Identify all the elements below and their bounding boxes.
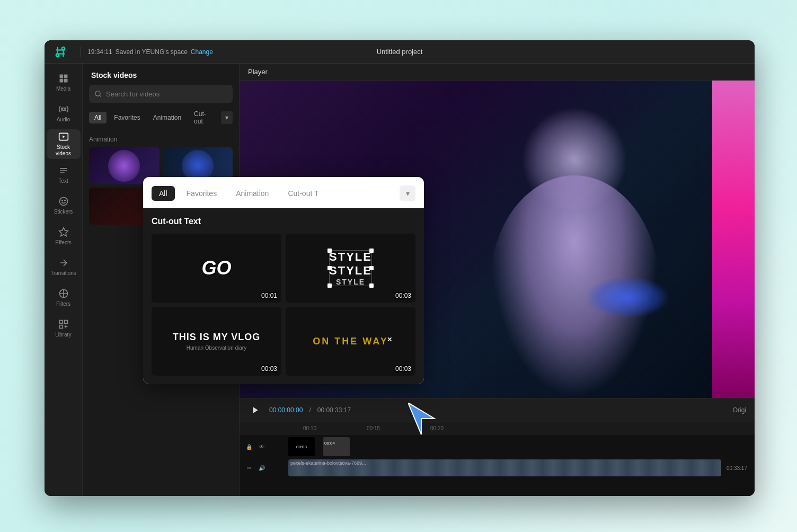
popup-tab-more[interactable]: ▾: [400, 185, 415, 201]
svg-rect-15: [59, 325, 63, 329]
svg-point-1: [62, 47, 65, 50]
resize-dot-mr: [369, 266, 374, 270]
player-label: Player: [240, 64, 755, 81]
small-clip-1[interactable]: 00:03: [288, 437, 315, 456]
left-panel-title: Stock videos: [83, 64, 239, 85]
popup-tab-favorites[interactable]: Favorites: [179, 186, 225, 201]
popup-tab-cutout[interactable]: Cut-out T: [280, 186, 326, 201]
filter-tab-animation[interactable]: Animation: [148, 112, 187, 123]
sidebar-item-transitions-label: Transitions: [50, 270, 76, 277]
timeline-area: 00:10 00:15 00:20 🔒 👁 00:03: [240, 422, 755, 496]
popup-card-style[interactable]: STYLE STYLE STYLE 00:03: [286, 234, 415, 303]
svg-marker-17: [253, 407, 258, 413]
popup-card-vlog[interactable]: THIS IS MY VLOG Human Observation diary …: [152, 307, 281, 376]
filter-tab-cutout[interactable]: Cut-out: [189, 108, 219, 127]
popup-content: Cut-out Text GO 00:01: [143, 208, 424, 384]
top-bar: 19:34:11 Saved in YEUNG's space Change U…: [45, 40, 755, 64]
svg-rect-13: [59, 321, 63, 324]
headphones-glow: [585, 276, 670, 318]
sidebar-item-media[interactable]: Media: [47, 68, 81, 97]
filter-tab-more[interactable]: ▾: [221, 111, 233, 124]
search-icon: [94, 90, 102, 97]
right-color-bar: [712, 81, 755, 398]
vlog-text: THIS IS MY VLOG Human Observation diary: [173, 332, 261, 351]
sidebar-item-library-label: Library: [55, 332, 72, 338]
timeline-mark-10: 00:10: [303, 425, 316, 431]
sidebar-item-effects-label: Effects: [55, 240, 71, 246]
svg-rect-4: [59, 79, 63, 83]
resize-dot-tr: [369, 249, 374, 253]
svg-point-8: [59, 198, 67, 206]
popup-tab-animation[interactable]: Animation: [228, 186, 276, 201]
time-separator: /: [309, 406, 311, 414]
top-bar-divider: [81, 47, 81, 57]
sidebar-item-stock-videos[interactable]: Stockvideos: [47, 129, 81, 159]
total-time: 00:00:33:17: [317, 406, 351, 414]
origin-label: Origi: [733, 406, 746, 414]
track-total-duration: 00:33:17: [723, 465, 750, 471]
timeline-track-main: ✂ 🔊 pexels-ekaterina-bolovtsova-7669... …: [244, 458, 750, 477]
filter-tabs: All Favorites Animation Cut-out ▾: [83, 108, 239, 127]
small-clip-2-duration: 00:04: [323, 440, 336, 447]
svg-rect-14: [64, 321, 67, 324]
track-filename: pexels-ekaterina-bolovtsova-7669...: [288, 459, 721, 467]
sidebar: Media Audio Stockvideos Text Stickers: [45, 64, 83, 496]
svg-point-6: [62, 108, 65, 111]
app-window: 19:34:11 Saved in YEUNG's space Change U…: [45, 40, 755, 496]
dropdown-popup: All Favorites Animation Cut-out T ▾ Cut-…: [143, 177, 424, 384]
player-controls: 00:00:00:00 / 00:00:33:17 Origi: [240, 398, 755, 422]
svg-marker-11: [59, 228, 68, 236]
svg-rect-3: [64, 75, 67, 78]
resize-dot-ml: [327, 266, 332, 270]
way-duration: 00:03: [395, 365, 411, 373]
popup-tabs: All Favorites Animation Cut-out T ▾: [143, 177, 424, 208]
track-lock-btn[interactable]: 🔒: [244, 441, 254, 452]
track-controls-main: ✂ 🔊: [244, 463, 286, 473]
svg-point-10: [64, 200, 65, 201]
timeline-mark-15: 00:15: [367, 425, 380, 431]
sidebar-item-audio[interactable]: Audio: [47, 99, 81, 128]
svg-point-16: [95, 91, 100, 96]
sidebar-item-filters-label: Filters: [56, 301, 70, 307]
way-cross: ✕: [387, 336, 394, 343]
popup-tab-all[interactable]: All: [152, 186, 175, 201]
track-split-btn[interactable]: ✂: [244, 463, 254, 473]
sidebar-item-filters[interactable]: Filters: [47, 283, 81, 313]
top-bar-info: 19:34:11 Saved in YEUNG's space Change: [87, 48, 213, 56]
sidebar-item-stock-label: Stockvideos: [56, 144, 71, 157]
sidebar-item-transitions[interactable]: Transitions: [47, 252, 81, 282]
sidebar-item-text[interactable]: Text: [47, 160, 81, 190]
svg-point-9: [61, 200, 63, 201]
search-input[interactable]: [106, 90, 227, 98]
play-button[interactable]: [248, 403, 263, 418]
small-clip-2[interactable]: 00:04: [323, 437, 350, 456]
search-bar[interactable]: [89, 85, 233, 103]
track-eye-btn[interactable]: 👁: [256, 441, 267, 452]
current-time: 00:00:00:00: [269, 406, 303, 414]
filter-tab-all[interactable]: All: [89, 112, 107, 123]
svg-point-0: [56, 54, 59, 57]
resize-dot-tl: [327, 249, 332, 253]
timeline-tracks: 🔒 👁 00:03 00:04 ✂: [240, 435, 755, 496]
way-text: ON THE WAY ✕: [313, 336, 388, 347]
anim-glow-1: [108, 150, 140, 182]
track-controls-small: 🔒 👁: [244, 441, 286, 452]
track-vol-btn[interactable]: 🔊: [256, 463, 267, 473]
sidebar-item-library[interactable]: Library: [47, 314, 81, 343]
vlog-duration: 00:03: [261, 365, 277, 373]
resize-dot-bl: [327, 283, 332, 288]
change-link[interactable]: Change: [191, 48, 213, 56]
style-duration: 00:03: [395, 292, 411, 299]
sidebar-item-stickers[interactable]: Stickers: [47, 191, 81, 220]
popup-video-grid: GO 00:01: [152, 234, 415, 376]
resize-dot-br: [369, 283, 374, 288]
timeline-track-small: 🔒 👁 00:03 00:04: [244, 437, 750, 456]
small-clip-1-duration: 00:03: [296, 445, 307, 449]
main-video-track[interactable]: pexels-ekaterina-bolovtsova-7669...: [288, 459, 721, 476]
sidebar-item-text-label: Text: [58, 178, 68, 184]
filter-tab-favorites[interactable]: Favorites: [109, 112, 145, 123]
popup-card-way[interactable]: ON THE WAY ✕ 00:03: [286, 307, 415, 376]
style-text-inner: STYLE STYLE STYLE: [329, 250, 372, 286]
sidebar-item-effects[interactable]: Effects: [47, 221, 81, 251]
popup-card-go[interactable]: GO 00:01: [152, 234, 281, 303]
